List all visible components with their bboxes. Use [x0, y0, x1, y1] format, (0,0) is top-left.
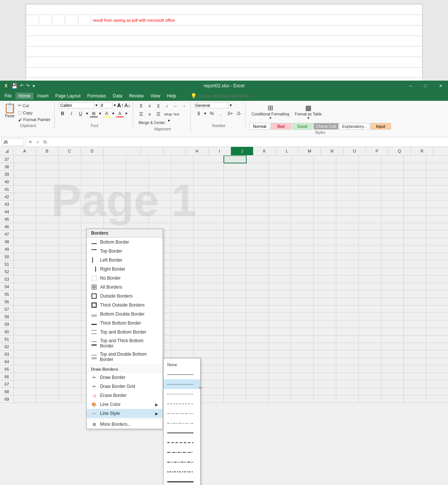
grid-cell[interactable]	[224, 245, 246, 253]
row-header-55[interactable]: 55	[0, 290, 13, 298]
font-name-chevron-icon[interactable]: ▼	[95, 103, 98, 107]
grid-cell[interactable]	[336, 260, 359, 268]
grid-cell[interactable]	[336, 231, 359, 238]
grid-cell[interactable]	[404, 358, 426, 365]
fill-chevron-icon[interactable]: ▼	[112, 112, 115, 115]
row-header-67[interactable]: 67	[0, 380, 13, 388]
grid-cell[interactable]	[59, 208, 81, 216]
number-format-selector[interactable]: General	[195, 102, 228, 108]
grid-cell[interactable]	[314, 283, 336, 290]
grid-cell[interactable]	[194, 305, 224, 313]
grid-cell[interactable]	[314, 343, 336, 350]
grid-cell[interactable]	[171, 275, 194, 283]
grid-cell[interactable]	[291, 156, 314, 163]
grid-cell[interactable]	[246, 283, 269, 290]
grid-cell[interactable]	[269, 365, 291, 373]
grid-cell[interactable]	[291, 358, 314, 365]
grid-cell[interactable]	[314, 193, 336, 201]
grid-cell[interactable]	[104, 156, 126, 163]
grid-cell[interactable]	[336, 156, 359, 163]
grid-cell[interactable]	[404, 320, 426, 328]
increase-decimal-button[interactable]: .0+	[226, 110, 234, 117]
grid-cell[interactable]	[381, 253, 404, 260]
confirm-formula-icon[interactable]: ✓	[35, 139, 41, 145]
text-direction-button[interactable]: ↕	[163, 102, 171, 110]
grid-cell[interactable]	[381, 171, 404, 178]
grid-cell[interactable]	[14, 216, 36, 223]
grid-cell[interactable]	[224, 178, 246, 186]
corner-select-all[interactable]	[0, 147, 13, 155]
grid-cell[interactable]	[14, 343, 36, 350]
grid-cell[interactable]	[36, 275, 59, 283]
grid-cell[interactable]	[59, 178, 81, 186]
grid-cell[interactable]	[126, 208, 149, 216]
grid-cell[interactable]	[291, 260, 314, 268]
grid-cell[interactable]	[381, 163, 404, 171]
grid-cell[interactable]	[269, 320, 291, 328]
grid-cell[interactable]	[224, 320, 246, 328]
grid-cell[interactable]	[36, 268, 59, 275]
grid-cell[interactable]	[269, 260, 291, 268]
grid-cell[interactable]	[104, 163, 126, 171]
top-double-bottom-border-item[interactable]: Top and Double Bottom Border	[87, 350, 163, 364]
grid-cell[interactable]	[314, 305, 336, 313]
accounting-chevron-icon[interactable]: ▼	[204, 112, 207, 115]
grid-cell[interactable]	[359, 380, 381, 388]
grid-cell[interactable]	[269, 208, 291, 216]
grid-cell[interactable]	[381, 298, 404, 305]
grid-cell[interactable]	[246, 298, 269, 305]
grid-cell[interactable]	[149, 156, 171, 163]
grid-cell[interactable]	[404, 156, 426, 163]
grid-cell[interactable]	[246, 320, 269, 328]
grid-cell[interactable]	[36, 186, 59, 193]
grid-cell[interactable]	[194, 171, 224, 178]
grid-cell[interactable]	[224, 186, 246, 193]
grid-cell[interactable]	[36, 358, 59, 365]
number-format-chevron-icon[interactable]: ▼	[229, 103, 232, 107]
col-header-N[interactable]: N	[321, 147, 343, 155]
grid-cell[interactable]	[171, 298, 194, 305]
grid-cell[interactable]	[269, 373, 291, 380]
grid-cell[interactable]	[291, 163, 314, 171]
comma-button[interactable]: ,	[217, 110, 225, 117]
grid-cell[interactable]	[359, 208, 381, 216]
grid-cell[interactable]	[246, 171, 269, 178]
grid-cell[interactable]	[359, 275, 381, 283]
grid-cell[interactable]	[224, 163, 246, 171]
grid-cell[interactable]	[314, 380, 336, 388]
align-right-button[interactable]: ☰	[154, 111, 162, 118]
grid-cell[interactable]	[404, 305, 426, 313]
grid-cell[interactable]	[224, 343, 246, 350]
grid-cell[interactable]	[404, 186, 426, 193]
grid-cell[interactable]	[314, 171, 336, 178]
grid-cell[interactable]	[291, 238, 314, 245]
grid-cell[interactable]	[171, 350, 194, 358]
grid-cell[interactable]	[224, 238, 246, 245]
col-header-L[interactable]: L	[276, 147, 298, 155]
grid-cell[interactable]	[291, 231, 314, 238]
grid-cell[interactable]	[194, 313, 224, 320]
grid-cell[interactable]	[336, 388, 359, 395]
grid-cell[interactable]	[36, 238, 59, 245]
undo-icon[interactable]: ↶	[20, 83, 24, 88]
grid-cell[interactable]	[314, 186, 336, 193]
grid-cell[interactable]	[59, 313, 81, 320]
grid-cell[interactable]	[224, 283, 246, 290]
bottom-double-border-item[interactable]: Bottom Double Border	[87, 310, 163, 319]
all-borders-item[interactable]: All Borders	[87, 283, 163, 292]
row-header-45[interactable]: 45	[0, 216, 13, 223]
grid-cell[interactable]	[224, 313, 246, 320]
grid-cell[interactable]	[246, 373, 269, 380]
grid-cell[interactable]	[36, 388, 59, 395]
grid-cell[interactable]	[246, 290, 269, 298]
grid-cell[interactable]	[171, 245, 194, 253]
grid-cell[interactable]	[59, 171, 81, 178]
grid-cell[interactable]	[126, 216, 149, 223]
grid-cell[interactable]	[336, 223, 359, 231]
menu-view[interactable]: View	[148, 93, 163, 99]
grid-cell[interactable]	[336, 305, 359, 313]
grid-cell[interactable]	[404, 268, 426, 275]
grid-cell[interactable]	[14, 201, 36, 208]
grid-cell[interactable]	[104, 171, 126, 178]
grid-cell[interactable]	[81, 193, 104, 201]
